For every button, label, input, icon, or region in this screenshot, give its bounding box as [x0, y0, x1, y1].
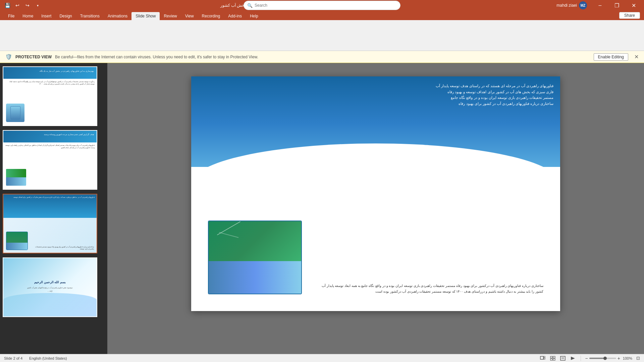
zoom-in-button[interactable]: +: [618, 356, 620, 361]
svg-rect-4: [553, 356, 555, 358]
close-button[interactable]: ✕: [626, 0, 641, 11]
tab-slideshow[interactable]: Slide Show: [131, 12, 160, 20]
normal-view-button[interactable]: [539, 355, 546, 362]
slide-panel: بهترسازی به این فناوریهای راهبردی در بخش…: [0, 63, 107, 354]
main-area: بهترسازی به این فناوریهای راهبردی در بخش…: [0, 63, 644, 354]
svg-rect-7: [560, 356, 565, 360]
svg-rect-1: [544, 356, 545, 358]
ribbon-content: [5, 33, 11, 38]
ribbon-bar: [0, 20, 644, 51]
close-protected-bar-button[interactable]: ✕: [634, 54, 639, 60]
quick-access-toolbar: 💾 ↩ ↪ ▾: [3, 1, 42, 10]
slide-thumb-2[interactable]: فناوریهای راهبردی آب در مناطق مرطوب مساع…: [3, 194, 105, 253]
customize-quick-access-button[interactable]: ▾: [33, 1, 42, 10]
search-bar: 🔍: [244, 1, 400, 10]
slideshow-view-button[interactable]: [569, 355, 577, 362]
slide-image: [208, 221, 302, 294]
svg-rect-6: [553, 359, 555, 360]
tab-insert[interactable]: Insert: [37, 12, 55, 20]
tab-view[interactable]: View: [181, 12, 198, 20]
tab-help[interactable]: Help: [246, 12, 262, 20]
slide-thumb-1[interactable]: بسم الله الرحمن الرحیم موضوع: نقش فناوری…: [3, 257, 105, 317]
share-button-area: Share: [619, 12, 640, 20]
shield-icon: 🛡️: [5, 54, 12, 60]
search-icon: 🔍: [247, 3, 253, 8]
protected-view-message: Be careful—files from the Internet can c…: [55, 55, 590, 59]
slide-body-text: ساختاری درباره فناوریهای راهبردی آب درکش…: [315, 283, 543, 294]
tab-design[interactable]: Design: [55, 12, 76, 20]
slide-thumb-3[interactable]: هدف گزارش کشی شدن مجاری مرده دامهرورروست…: [3, 130, 105, 190]
title-bar: 💾 ↩ ↪ ▾ نقش سند فناوری راهبردی آب در رفع…: [0, 0, 644, 11]
enable-editing-button[interactable]: Enable Editing: [594, 53, 628, 61]
tab-addins[interactable]: Add-ins: [224, 12, 246, 20]
svg-rect-3: [550, 356, 552, 358]
slide-count: Slide 2 of 4: [4, 356, 22, 360]
status-bar-right: − + 100% ⊡: [539, 355, 640, 362]
protected-view-bar: 🛡️ PROTECTED VIEW Be careful—files from …: [0, 51, 644, 63]
tab-recording[interactable]: Recording: [198, 12, 224, 20]
redo-button[interactable]: ↪: [23, 1, 32, 10]
tab-file[interactable]: File: [4, 12, 18, 20]
user-area: mahdi ziaei MZ: [556, 1, 587, 9]
svg-rect-5: [550, 359, 552, 360]
undo-button[interactable]: ↩: [13, 1, 22, 10]
svg-marker-10: [571, 357, 575, 360]
status-bar: Slide 2 of 4 English (United States) − +…: [0, 354, 644, 362]
restore-button[interactable]: ❐: [609, 0, 625, 11]
slide-sorter-button[interactable]: [549, 355, 556, 362]
canvas-area: فناوریهای راهبردی آب در مرحله ای هستند ک…: [107, 63, 644, 354]
slide-thumb-4[interactable]: بهترسازی به این فناوریهای راهبردی در بخش…: [3, 66, 105, 126]
username-label: mahdi ziaei: [556, 3, 577, 8]
protected-view-label: PROTECTED VIEW: [15, 55, 52, 59]
tab-review[interactable]: Review: [160, 12, 181, 20]
svg-rect-2: [544, 358, 545, 359]
zoom-out-button[interactable]: −: [585, 356, 588, 361]
search-input[interactable]: [255, 3, 397, 8]
minimize-button[interactable]: –: [592, 0, 608, 11]
ribbon-tabs: File Home Insert Design Transitions Anim…: [0, 11, 644, 20]
tab-animations[interactable]: Animations: [104, 12, 131, 20]
save-button[interactable]: 💾: [3, 1, 12, 10]
main-slide[interactable]: فناوریهای راهبردی آب در مرحله ای هستند ک…: [191, 76, 560, 311]
fit-slide-button[interactable]: ⊡: [636, 356, 640, 361]
zoom-control: − + 100%: [585, 356, 632, 361]
reading-view-button[interactable]: [559, 355, 567, 362]
share-button[interactable]: Share: [619, 12, 640, 19]
svg-rect-0: [540, 356, 543, 359]
tab-transitions[interactable]: Transitions: [76, 12, 104, 20]
zoom-slider[interactable]: [589, 358, 616, 359]
language-status: English (United States): [29, 356, 67, 360]
zoom-level: 100%: [623, 356, 632, 360]
window-controls: – ❐ ✕: [592, 0, 641, 11]
tab-home[interactable]: Home: [18, 12, 37, 20]
user-avatar[interactable]: MZ: [579, 1, 587, 9]
status-divider: [581, 356, 581, 361]
slide-main-text: فناوریهای راهبردی آب در مرحله ای هستند ک…: [198, 83, 553, 107]
